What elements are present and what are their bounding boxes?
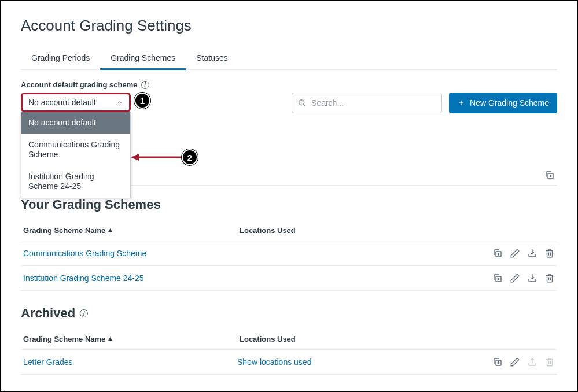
scheme-link-inst[interactable]: Institution Grading Scheme 24-25 [23,273,237,283]
header-locations: Locations Used [240,335,555,343]
svg-line-1 [303,104,305,106]
tab-grading-schemes[interactable]: Grading Schemes [100,49,186,70]
svg-point-0 [299,99,304,105]
duplicate-icon[interactable] [492,357,503,367]
dropdown-toggle[interactable]: No account default [21,93,131,112]
table-row: Letter Grades Show locations used [21,350,557,375]
info-icon[interactable]: i [141,81,149,89]
dropdown-option-inst[interactable]: Institution Grading Scheme 24-25 [21,166,130,198]
svg-marker-20 [108,337,112,341]
your-schemes-title: Your Grading Schemes [21,197,557,212]
table-row: Institution Grading Scheme 24-25 [21,266,557,291]
annotation-arrow [131,151,189,163]
annotation-callout-2: 2 [182,149,198,165]
trash-icon[interactable] [544,273,555,283]
dropdown-menu: No account default Communications Gradin… [21,112,131,198]
sort-asc-icon [108,228,113,233]
header-scheme-name[interactable]: Grading Scheme Name [23,335,105,343]
trash-icon[interactable] [544,248,555,258]
page-title: Account Grading Settings [21,17,557,35]
edit-icon[interactable] [510,357,520,367]
duplicate-icon[interactable] [492,273,503,283]
tabs: Grading Periods Grading Schemes Statuses [21,49,557,70]
dropdown-selected: No account default [28,98,96,107]
info-icon[interactable]: i [80,309,88,317]
duplicate-icon[interactable] [544,170,555,180]
trash-icon [544,357,555,367]
locations-cell: Show locations used [237,357,492,367]
schemes-table-header: Grading Scheme Name Locations Used [21,220,557,241]
archive-icon[interactable] [527,273,537,283]
edit-icon[interactable] [510,248,520,258]
edit-icon[interactable] [510,273,520,283]
archived-table-header: Grading Scheme Name Locations Used [21,329,557,350]
chevron-up-icon [116,99,123,106]
search-box[interactable] [292,93,442,113]
plus-icon [457,99,465,107]
new-grading-scheme-button[interactable]: New Grading Scheme [449,93,557,113]
scheme-link-letter[interactable]: Letter Grades [23,357,237,367]
duplicate-icon[interactable] [492,248,503,258]
tab-statuses[interactable]: Statuses [186,49,238,69]
unarchive-icon[interactable] [527,357,537,367]
svg-marker-28 [131,154,139,161]
dropdown-option-none[interactable]: No account default [21,112,130,134]
sort-asc-icon [108,336,113,342]
default-scheme-label: Account default grading scheme [21,80,138,89]
default-scheme-dropdown[interactable]: No account default No account default Co… [21,93,131,112]
archive-icon[interactable] [527,248,537,258]
scheme-link-comm[interactable]: Communications Grading Scheme [23,249,237,258]
table-row: Communications Grading Scheme [21,241,557,266]
header-scheme-name[interactable]: Grading Scheme Name [23,226,105,235]
show-locations-link[interactable]: Show locations used [237,357,311,367]
search-input[interactable] [311,98,436,108]
tab-grading-periods[interactable]: Grading Periods [21,49,100,69]
archived-title: Archived [21,306,75,321]
dropdown-option-comm[interactable]: Communications Grading Scheme [21,134,130,166]
new-grading-scheme-label: New Grading Scheme [470,98,549,108]
svg-marker-7 [108,228,112,232]
header-locations: Locations Used [240,226,555,235]
search-icon [298,99,307,108]
annotation-callout-1: 1 [134,93,150,109]
